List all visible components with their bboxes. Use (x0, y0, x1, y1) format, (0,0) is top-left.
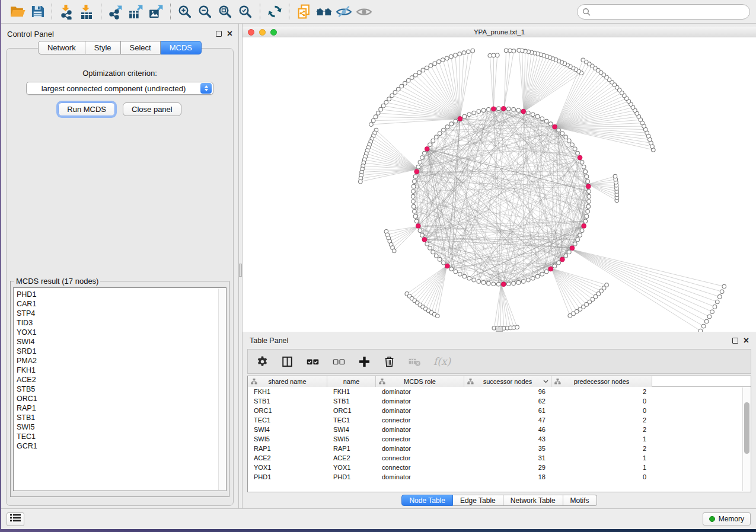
network-node[interactable] (449, 267, 454, 271)
zoom-out-icon[interactable] (195, 3, 215, 21)
network-node[interactable] (406, 78, 410, 82)
network-node[interactable] (540, 117, 544, 121)
network-node[interactable] (560, 132, 564, 136)
cell[interactable]: ORC1 (248, 406, 327, 415)
network-node[interactable] (722, 284, 726, 289)
table-scrollbar[interactable] (742, 387, 750, 491)
cell[interactable]: 0 (551, 472, 652, 482)
network-node[interactable] (412, 190, 416, 194)
cell[interactable]: 47 (464, 415, 551, 425)
table-row[interactable]: FKH1FKH1dominator962 (248, 387, 751, 396)
network-node[interactable] (400, 84, 404, 88)
network-node[interactable] (454, 53, 458, 57)
mcds-node[interactable] (553, 124, 557, 129)
refresh-icon[interactable] (264, 3, 285, 21)
mcds-node[interactable] (414, 169, 419, 174)
cell[interactable]: SWI4 (327, 425, 376, 434)
network-node[interactable] (403, 81, 407, 85)
zoom-in-icon[interactable] (175, 3, 195, 21)
network-node[interactable] (390, 94, 394, 98)
network-node[interactable] (445, 125, 449, 129)
export-network-icon[interactable] (106, 3, 126, 21)
cell[interactable]: STB1 (248, 396, 327, 406)
import-table-icon[interactable] (76, 3, 97, 21)
network-node[interactable] (442, 128, 446, 132)
network-node[interactable] (458, 272, 462, 276)
float-panel-icon[interactable] (216, 31, 222, 37)
cell[interactable]: dominator (376, 406, 464, 415)
network-node[interactable] (583, 169, 588, 174)
cell[interactable]: dominator (376, 472, 464, 482)
network-node[interactable] (413, 214, 417, 219)
cell[interactable]: connector (376, 453, 464, 463)
network-node[interactable] (506, 107, 511, 111)
mcds-result-item[interactable]: STB1 (17, 413, 218, 422)
network-node[interactable] (412, 184, 416, 188)
network-node[interactable] (581, 58, 585, 62)
cell[interactable]: FKH1 (248, 387, 327, 396)
network-node[interactable] (715, 300, 719, 304)
network-node[interactable] (458, 52, 462, 56)
run-mcds-button[interactable]: Run MCDS (58, 102, 115, 116)
network-node[interactable] (467, 113, 471, 117)
column-header-predecessor-nodes[interactable]: predecessor nodes (551, 376, 652, 387)
mcds-result-list[interactable]: PHD1CAR1STP4TID3YOX1SWI4SRD1PMA2FKH1ACE2… (13, 287, 227, 491)
network-node[interactable] (586, 180, 590, 184)
cell[interactable]: 61 (464, 406, 551, 415)
tab-edge-table[interactable]: Edge Table (453, 495, 503, 506)
cell[interactable]: 43 (464, 434, 551, 444)
open-session-icon[interactable] (7, 3, 27, 21)
cell[interactable]: dominator (376, 396, 464, 406)
table-row[interactable]: STB1STB1dominator620 (248, 396, 751, 406)
network-node[interactable] (425, 242, 429, 246)
mcds-node[interactable] (458, 116, 462, 121)
network-node[interactable] (487, 281, 491, 286)
network-node[interactable] (437, 60, 441, 64)
network-node[interactable] (548, 122, 553, 126)
network-node[interactable] (512, 49, 516, 53)
network-canvas[interactable] (243, 37, 756, 332)
network-node[interactable] (586, 204, 591, 209)
column-header-name[interactable]: name (327, 376, 376, 387)
network-node[interactable] (580, 161, 584, 165)
network-node[interactable] (423, 151, 427, 155)
network-node[interactable] (544, 119, 548, 123)
network-node[interactable] (433, 62, 437, 66)
network-node[interactable] (416, 165, 420, 169)
network-node[interactable] (504, 49, 508, 53)
mcds-result-item[interactable]: YOX1 (17, 328, 218, 337)
network-node[interactable] (717, 295, 722, 299)
cell[interactable]: 18 (464, 472, 551, 482)
task-history-button[interactable] (7, 512, 24, 526)
network-node[interactable] (704, 319, 709, 323)
cell[interactable]: ACE2 (248, 453, 327, 463)
tab-node-table[interactable]: Node Table (401, 495, 453, 506)
mcds-result-item[interactable]: STP4 (17, 309, 218, 318)
mcds-result-item[interactable]: TEC1 (17, 432, 218, 441)
table-row[interactable]: ORC1ORC1dominator610 (248, 406, 751, 415)
cell[interactable]: 46 (464, 425, 551, 434)
cell[interactable]: connector (376, 463, 464, 472)
cell[interactable]: 1 (551, 463, 652, 472)
cell[interactable]: TEC1 (248, 415, 327, 425)
delete-column-icon[interactable] (383, 355, 395, 368)
network-node[interactable] (413, 175, 417, 179)
network-node[interactable] (462, 274, 467, 278)
network-node[interactable] (567, 139, 572, 143)
network-node[interactable] (496, 107, 500, 111)
zoom-selected-icon[interactable] (235, 3, 256, 21)
network-node[interactable] (412, 204, 416, 209)
tab-select[interactable]: Select (121, 41, 161, 55)
first-neighbors-icon[interactable] (314, 3, 334, 21)
network-node[interactable] (605, 283, 609, 287)
mcds-node[interactable] (422, 238, 427, 242)
mcds-node[interactable] (570, 246, 575, 251)
network-node[interactable] (381, 104, 385, 108)
network-node[interactable] (582, 165, 586, 169)
cell[interactable]: PHD1 (327, 472, 376, 482)
column-header-shared-name[interactable]: shared name (248, 376, 327, 387)
network-node[interactable] (557, 128, 561, 132)
cell[interactable]: 2 (551, 387, 652, 396)
network-node[interactable] (578, 233, 582, 238)
network-node[interactable] (438, 132, 442, 136)
